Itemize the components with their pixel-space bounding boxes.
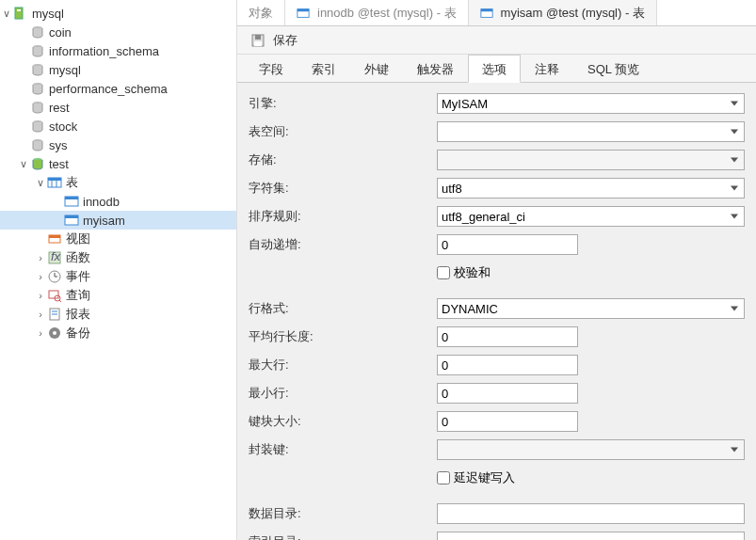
tab-myisam[interactable]: myisam @test (mysql) - 表 — [469, 0, 657, 25]
minrows-input[interactable] — [437, 383, 578, 404]
autoincrement-label: 自动递增: — [249, 236, 437, 253]
sidebar-tree[interactable]: ∨ mysql ·coin ·information_schema ·mysql… — [0, 0, 237, 540]
event-icon — [47, 269, 62, 284]
tablespace-select[interactable] — [437, 121, 745, 142]
editor-tab-bar: 对象 innodb @test (mysql) - 表 myisam @test… — [237, 0, 756, 26]
svg-rect-38 — [255, 35, 261, 40]
datadir-label: 数据目录: — [249, 505, 437, 522]
queries-folder[interactable]: ›查询 — [0, 286, 236, 305]
table-folder-icon — [47, 175, 62, 190]
backup-icon — [47, 326, 62, 341]
connection-label: mysql — [32, 7, 64, 21]
database-node[interactable]: ·sys — [0, 135, 236, 154]
packkeys-label: 封装键: — [249, 441, 437, 458]
maxrows-label: 最大行: — [249, 357, 437, 373]
connection-node[interactable]: ∨ mysql — [0, 4, 236, 23]
database-icon — [30, 100, 45, 115]
keyblock-label: 键块大小: — [249, 413, 437, 430]
engine-label: 引擎: — [249, 95, 437, 112]
subtab-fields[interactable]: 字段 — [245, 55, 298, 82]
svg-rect-25 — [49, 291, 58, 298]
charset-select[interactable]: utf8 — [437, 178, 745, 199]
views-folder[interactable]: ·视图 — [0, 230, 236, 248]
storage-select[interactable] — [437, 150, 745, 170]
database-node[interactable]: ·stock — [0, 117, 236, 135]
database-open-icon — [30, 156, 45, 171]
database-icon — [30, 62, 45, 77]
database-node[interactable]: ·coin — [0, 23, 236, 41]
query-icon — [47, 288, 62, 303]
svg-rect-0 — [15, 8, 23, 19]
table-node[interactable]: ·innodb — [0, 192, 236, 211]
save-button[interactable]: 保存 — [245, 30, 303, 51]
subtab-comment[interactable]: 注释 — [521, 55, 573, 82]
tab-objects[interactable]: 对象 — [237, 0, 285, 25]
connection-icon — [13, 6, 28, 21]
options-form: 引擎:MyISAM 表空间: 存储: 字符集:utf8 排序规则:utf8_ge… — [237, 83, 756, 540]
svg-rect-39 — [254, 41, 262, 46]
database-node[interactable]: ·performance_schema — [0, 79, 236, 98]
chevron-right-icon[interactable]: › — [34, 327, 47, 339]
chevron-down-icon[interactable]: ∨ — [34, 177, 47, 189]
chevron-right-icon[interactable]: › — [34, 309, 47, 320]
svg-rect-19 — [49, 235, 60, 238]
subtab-sqlpreview[interactable]: SQL 预览 — [573, 55, 653, 82]
database-icon — [30, 119, 45, 134]
keyblock-input[interactable] — [437, 411, 578, 432]
database-node[interactable]: ·information_schema — [0, 41, 236, 60]
rowformat-select[interactable]: DYNAMIC — [437, 298, 745, 319]
svg-rect-15 — [65, 197, 78, 199]
toolbar: 保存 — [237, 26, 756, 55]
storage-label: 存储: — [249, 151, 437, 168]
chevron-down-icon[interactable]: ∨ — [0, 8, 13, 20]
function-icon: fx — [47, 250, 62, 265]
maxrows-input[interactable] — [437, 355, 578, 375]
collation-select[interactable]: utf8_general_ci — [437, 206, 745, 227]
subtab-foreignkeys[interactable]: 外键 — [350, 55, 403, 82]
main-panel: 对象 innodb @test (mysql) - 表 myisam @test… — [237, 0, 756, 540]
tablespace-label: 表空间: — [249, 123, 437, 140]
subtab-triggers[interactable]: 触发器 — [403, 55, 468, 82]
autoincrement-input[interactable] — [437, 234, 578, 255]
avgrowlen-input[interactable] — [437, 326, 578, 347]
table-node-selected[interactable]: ·myisam — [0, 211, 236, 230]
subtab-indexes[interactable]: 索引 — [298, 55, 350, 82]
functions-folder[interactable]: ›fx函数 — [0, 248, 236, 267]
engine-select[interactable]: MyISAM — [437, 93, 745, 114]
table-icon — [64, 213, 79, 228]
svg-line-27 — [59, 300, 61, 302]
indexdir-input[interactable] — [437, 532, 745, 540]
backup-folder[interactable]: ›备份 — [0, 324, 236, 342]
datadir-input[interactable] — [437, 503, 745, 524]
collation-label: 排序规则: — [249, 208, 437, 225]
chevron-right-icon[interactable]: › — [34, 252, 47, 263]
indexdir-label: 索引目录: — [249, 533, 437, 540]
svg-rect-1 — [17, 9, 21, 11]
database-icon — [30, 43, 45, 58]
chevron-right-icon[interactable]: › — [34, 271, 47, 282]
designer-subtabs: 字段 索引 外键 触发器 选项 注释 SQL 预览 — [237, 55, 756, 83]
database-node[interactable]: ∨test — [0, 154, 236, 173]
database-icon — [30, 24, 45, 40]
database-node[interactable]: ·mysql — [0, 60, 236, 79]
events-folder[interactable]: ›事件 — [0, 267, 236, 286]
tab-innodb[interactable]: innodb @test (mysql) - 表 — [285, 0, 469, 25]
save-icon — [250, 33, 265, 48]
report-icon — [47, 307, 62, 322]
chevron-down-icon[interactable]: ∨ — [17, 158, 30, 170]
packkeys-select[interactable] — [437, 439, 745, 460]
svg-rect-36 — [480, 8, 491, 11]
svg-text:fx: fx — [51, 250, 61, 263]
subtab-options[interactable]: 选项 — [468, 55, 521, 83]
delaykeywrite-checkbox[interactable]: 延迟键写入 — [437, 469, 515, 486]
database-icon — [30, 137, 45, 152]
database-node[interactable]: ·rest — [0, 98, 236, 117]
charset-label: 字符集: — [249, 180, 437, 197]
tables-folder[interactable]: ∨表 — [0, 173, 236, 192]
table-icon — [297, 7, 310, 20]
svg-rect-17 — [65, 215, 78, 218]
checksum-checkbox[interactable]: 校验和 — [437, 264, 491, 281]
chevron-right-icon[interactable]: › — [34, 290, 47, 301]
reports-folder[interactable]: ›报表 — [0, 305, 236, 324]
view-icon — [47, 231, 62, 246]
